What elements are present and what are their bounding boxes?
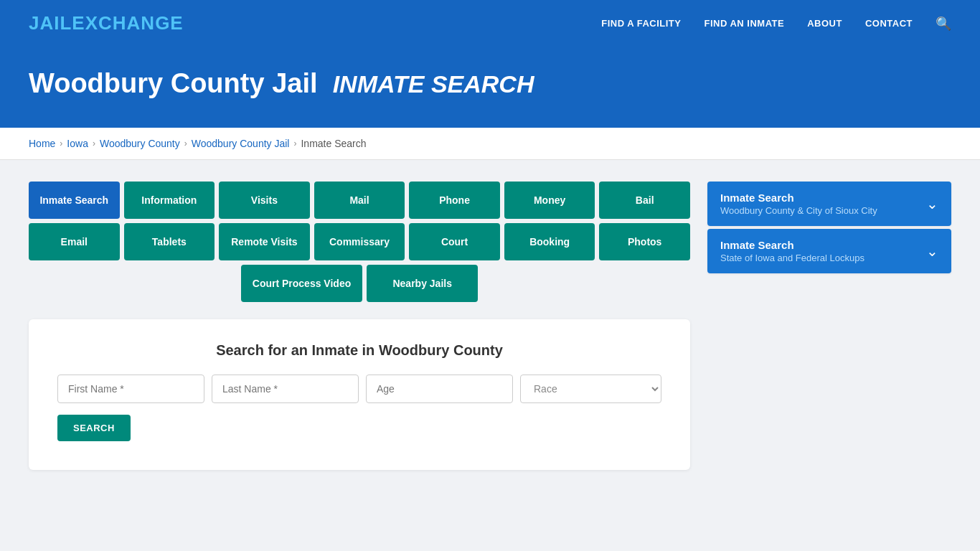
- breadcrumb-sep-3: ›: [184, 138, 187, 149]
- breadcrumb-current: Inmate Search: [301, 138, 366, 149]
- nav-buttons-row2: Email Tablets Remote Visits Commissary C…: [29, 223, 690, 260]
- age-input[interactable]: [366, 375, 513, 403]
- btn-money[interactable]: Money: [504, 182, 595, 219]
- btn-court[interactable]: Court: [409, 223, 500, 260]
- breadcrumb-bar: Home › Iowa › Woodbury County › Woodbury…: [0, 128, 980, 160]
- nav-about[interactable]: ABOUT: [807, 18, 842, 29]
- breadcrumb-sep-2: ›: [93, 138, 95, 149]
- btn-court-process-video[interactable]: Court Process Video: [241, 265, 362, 302]
- chevron-down-icon-2: ⌄: [926, 242, 938, 260]
- sidebar-card-2: Inmate Search State of Iowa and Federal …: [707, 229, 951, 273]
- btn-bail[interactable]: Bail: [599, 182, 690, 219]
- main-content: Inmate Search Information Visits Mail Ph…: [0, 160, 980, 491]
- sidebar-card-1: Inmate Search Woodbury County & City of …: [707, 182, 951, 226]
- sidebar-card-2-title: Inmate Search: [720, 239, 864, 251]
- btn-mail[interactable]: Mail: [314, 182, 405, 219]
- sidebar-card-2-subtitle: State of Iowa and Federal Lockups: [720, 253, 864, 263]
- sidebar-card-1-title: Inmate Search: [720, 192, 877, 204]
- breadcrumb-county[interactable]: Woodbury County: [100, 138, 180, 149]
- breadcrumb-sep-4: ›: [293, 138, 296, 149]
- content-area: Inmate Search Information Visits Mail Ph…: [29, 182, 690, 470]
- btn-email[interactable]: Email: [29, 223, 120, 260]
- race-select[interactable]: Race White Black Hispanic Asian Other: [520, 375, 661, 403]
- search-icon[interactable]: 🔍: [936, 16, 951, 32]
- btn-commissary[interactable]: Commissary: [314, 223, 405, 260]
- site-header: JAILEXCHANGE FIND A FACILITY FIND AN INM…: [0, 0, 980, 47]
- breadcrumb-jail[interactable]: Woodbury County Jail: [192, 138, 290, 149]
- btn-phone[interactable]: Phone: [409, 182, 500, 219]
- nav-buttons-row1: Inmate Search Information Visits Mail Ph…: [29, 182, 690, 219]
- sidebar-card-1-subtitle: Woodbury County & City of Sioux City: [720, 205, 877, 216]
- nav-find-facility[interactable]: FIND A FACILITY: [601, 18, 681, 29]
- btn-inmate-search[interactable]: Inmate Search: [29, 182, 120, 219]
- search-button[interactable]: SEARCH: [57, 415, 131, 441]
- btn-booking[interactable]: Booking: [504, 223, 595, 260]
- sidebar-card-1-header[interactable]: Inmate Search Woodbury County & City of …: [707, 182, 951, 226]
- breadcrumb-sep-1: ›: [60, 138, 62, 149]
- hero-title-em: INMATE SEARCH: [333, 70, 534, 98]
- breadcrumb-iowa[interactable]: Iowa: [67, 138, 88, 149]
- btn-visits[interactable]: Visits: [219, 182, 310, 219]
- nav-contact[interactable]: CONTACT: [865, 18, 913, 29]
- site-logo[interactable]: JAILEXCHANGE: [29, 12, 184, 34]
- logo-text-bold: JAIL: [29, 12, 72, 34]
- main-nav: FIND A FACILITY FIND AN INMATE ABOUT CON…: [601, 16, 951, 32]
- sidebar-card-2-header[interactable]: Inmate Search State of Iowa and Federal …: [707, 229, 951, 273]
- btn-remote-visits[interactable]: Remote Visits: [219, 223, 310, 260]
- btn-photos[interactable]: Photos: [599, 223, 690, 260]
- hero-title-main: Woodbury County Jail: [29, 68, 318, 98]
- search-box: Search for an Inmate in Woodbury County …: [29, 319, 690, 470]
- breadcrumb: Home › Iowa › Woodbury County › Woodbury…: [29, 138, 951, 149]
- hero-banner: Woodbury County Jail INMATE SEARCH: [0, 47, 980, 128]
- sidebar: Inmate Search Woodbury County & City of …: [707, 182, 951, 276]
- logo-text-accent: EXCHANGE: [72, 12, 183, 34]
- nav-find-inmate[interactable]: FIND AN INMATE: [704, 18, 784, 29]
- btn-information[interactable]: Information: [124, 182, 215, 219]
- search-fields: Race White Black Hispanic Asian Other: [57, 375, 661, 403]
- breadcrumb-home[interactable]: Home: [29, 138, 55, 149]
- page-title: Woodbury County Jail INMATE SEARCH: [29, 68, 951, 99]
- chevron-down-icon-1: ⌄: [926, 195, 938, 212]
- search-title: Search for an Inmate in Woodbury County: [57, 342, 661, 359]
- btn-tablets[interactable]: Tablets: [124, 223, 215, 260]
- btn-nearby-jails[interactable]: Nearby Jails: [367, 265, 478, 302]
- last-name-input[interactable]: [212, 375, 359, 403]
- first-name-input[interactable]: [57, 375, 204, 403]
- nav-buttons-row3: Court Process Video Nearby Jails: [29, 265, 690, 302]
